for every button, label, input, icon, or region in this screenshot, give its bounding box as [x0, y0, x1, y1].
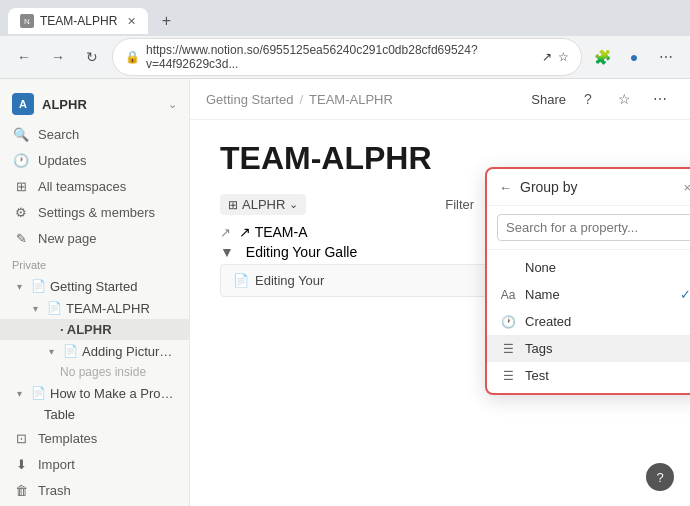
sidebar-item-trash[interactable]: 🗑 Trash [0, 477, 189, 503]
sidebar-item-teamspaces[interactable]: ⊞ All teamspaces [0, 173, 189, 199]
workspace-icon: A [12, 93, 34, 115]
import-label: Import [38, 457, 75, 472]
breadcrumb-sep: / [299, 92, 303, 107]
active-tab[interactable]: N TEAM-ALPHR ✕ [8, 8, 148, 34]
tree-label-alphr: · ALPHR [60, 322, 112, 337]
extensions-button[interactable]: 🧩 [588, 43, 616, 71]
db-row-1-label[interactable]: ↗ TEAM-A [239, 224, 308, 240]
tree-toggle-team-alphr[interactable]: ▾ [28, 301, 42, 315]
db-section-toggle[interactable]: ▼ [220, 244, 234, 260]
newpage-icon: ✎ [12, 229, 30, 247]
breadcrumb-2[interactable]: TEAM-ALPHR [309, 92, 393, 107]
groupby-item-test[interactable]: ☰ Test [487, 362, 690, 389]
teamspaces-label: All teamspaces [38, 179, 126, 194]
tree-toggle-progress[interactable]: ▾ [12, 386, 26, 400]
groupby-item-created[interactable]: 🕐 Created [487, 308, 690, 335]
new-tab-button[interactable]: + [152, 7, 180, 35]
templates-label: Templates [38, 431, 97, 446]
tab-title: TEAM-ALPHR [40, 14, 117, 28]
tree-item-team-alphr[interactable]: ▾ 📄 TEAM-ALPHR [0, 297, 189, 319]
breadcrumb-1[interactable]: Getting Started [206, 92, 293, 107]
groupby-search-input[interactable] [497, 214, 690, 241]
bookmark-icon: ☆ [558, 50, 569, 64]
db-section-label[interactable]: Editing Your Galle [246, 244, 357, 260]
tree-icon-getting-started: 📄 [30, 278, 46, 294]
tree-item-getting-started[interactable]: ▾ 📄 Getting Started [0, 275, 189, 297]
top-bar: Getting Started / TEAM-ALPHR Share ? ☆ ⋯ [190, 79, 690, 120]
tree-icon-adding-pictures: 📄 [62, 343, 78, 359]
nav-bar: ← → ↻ 🔒 https://www.notion.so/6955125ea5… [0, 36, 690, 78]
tab-bar: N TEAM-ALPHR ✕ + [0, 0, 690, 36]
refresh-button[interactable]: ↻ [78, 43, 106, 71]
help-circle-button[interactable]: ? [646, 463, 674, 491]
import-icon: ⬇ [12, 455, 30, 473]
groupby-search-area [487, 206, 690, 250]
groupby-header: ← Group by × [487, 169, 690, 206]
groupby-panel: ← Group by × None Aa Name [485, 167, 690, 395]
updates-icon: 🕐 [12, 151, 30, 169]
forward-button[interactable]: → [44, 43, 72, 71]
workspace-selector[interactable]: A ALPHR ⌄ [0, 87, 189, 121]
nav-icons: 🧩 ● ⋯ [588, 43, 680, 71]
tree-label-no-pages: No pages inside [60, 365, 146, 379]
templates-icon: ⊡ [12, 429, 30, 447]
db-grid-icon: ⊞ [228, 198, 238, 212]
filter-button[interactable]: Filter [439, 194, 480, 215]
gallery-item-label: Editing Your [255, 273, 324, 288]
main-content: Getting Started / TEAM-ALPHR Share ? ☆ ⋯… [190, 79, 690, 506]
lock-icon: 🔒 [125, 50, 140, 64]
help-button[interactable]: ? [574, 85, 602, 113]
newpage-label: New page [38, 231, 97, 246]
groupby-item-name[interactable]: Aa Name ✓ [487, 281, 690, 308]
tab-close-button[interactable]: ✕ [127, 15, 136, 28]
tree-label-team-alphr: TEAM-ALPHR [66, 301, 150, 316]
tree-label-getting-started: Getting Started [50, 279, 137, 294]
tree-toggle-getting-started[interactable]: ▾ [12, 279, 26, 293]
header-star-button[interactable]: ☆ [610, 85, 638, 113]
share-button[interactable]: Share [531, 92, 566, 107]
browser-chrome: N TEAM-ALPHR ✕ + ← → ↻ 🔒 https://www.not… [0, 0, 690, 79]
header-more-button[interactable]: ⋯ [646, 85, 674, 113]
app: A ALPHR ⌄ 🔍 Search 🕐 Updates ⊞ All teams… [0, 79, 690, 506]
tree-toggle-adding-pictures[interactable]: ▾ [44, 344, 58, 358]
groupby-item-none[interactable]: None [487, 254, 690, 281]
private-section-label: Private [0, 251, 189, 275]
trash-icon: 🗑 [12, 481, 30, 499]
sidebar: A ALPHR ⌄ 🔍 Search 🕐 Updates ⊞ All teams… [0, 79, 190, 506]
db-source-button[interactable]: ⊞ ALPHR ⌄ [220, 194, 306, 215]
groupby-back-button[interactable]: ← [499, 180, 512, 195]
sidebar-item-updates[interactable]: 🕐 Updates [0, 147, 189, 173]
sidebar-item-search[interactable]: 🔍 Search [0, 121, 189, 147]
sidebar-item-settings[interactable]: ⚙ Settings & members [0, 199, 189, 225]
updates-label: Updates [38, 153, 86, 168]
sidebar-item-import[interactable]: ⬇ Import [0, 451, 189, 477]
tree-icon-progress: 📄 [30, 385, 46, 401]
sidebar-bottom: ⊡ Templates ⬇ Import 🗑 Trash [0, 425, 189, 503]
header-actions: Share ? ☆ ⋯ [531, 85, 674, 113]
groupby-item-tags[interactable]: ☰ Tags [487, 335, 690, 362]
sidebar-item-templates[interactable]: ⊡ Templates [0, 425, 189, 451]
groupby-title: Group by [520, 179, 675, 195]
db-source-label: ALPHR [242, 197, 285, 212]
groupby-test-icon: ☰ [499, 369, 517, 383]
settings-label: Settings & members [38, 205, 155, 220]
share-icon: ↗ [542, 50, 552, 64]
groupby-overlay: ← Group by × None Aa Name [485, 167, 690, 395]
groupby-tags-label: Tags [525, 341, 690, 356]
tree-item-alphr[interactable]: · ALPHR [0, 319, 189, 340]
sidebar-item-newpage[interactable]: ✎ New page [0, 225, 189, 251]
groupby-list: None Aa Name ✓ 🕐 Created ☰ [487, 250, 690, 393]
tree-item-adding-pictures[interactable]: ▾ 📄 Adding Pictures to Yo... [0, 340, 189, 362]
groupby-none-label: None [525, 260, 690, 275]
tree-label-progress: How to Make a Progres... [50, 386, 177, 401]
groupby-name-check: ✓ [680, 287, 690, 302]
teamspaces-icon: ⊞ [12, 177, 30, 195]
back-button[interactable]: ← [10, 43, 38, 71]
browser-more-button[interactable]: ⋯ [652, 43, 680, 71]
profile-button[interactable]: ● [620, 43, 648, 71]
tree-item-progress[interactable]: ▾ 📄 How to Make a Progres... [0, 382, 189, 404]
groupby-tags-icon: ☰ [499, 342, 517, 356]
tree-item-table[interactable]: Table [0, 404, 189, 425]
address-bar[interactable]: 🔒 https://www.notion.so/6955125ea56240c2… [112, 38, 582, 76]
groupby-close-button[interactable]: × [683, 180, 690, 195]
